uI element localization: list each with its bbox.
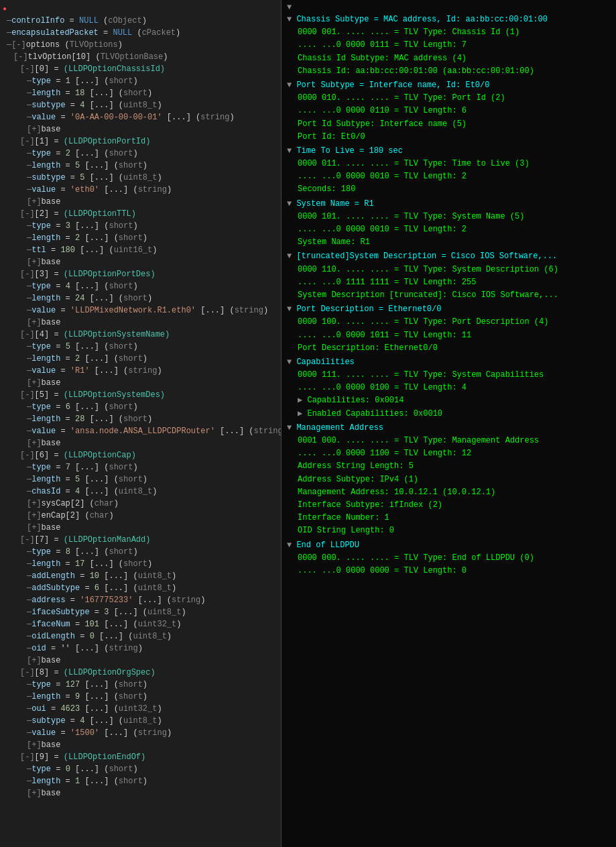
tree-item-20[interactable]: [+]base xyxy=(0,256,281,268)
expand-icon[interactable]: [-] xyxy=(20,330,35,339)
section-label-7: Management Address xyxy=(296,423,383,433)
tree-item-35[interactable]: [+]base xyxy=(0,437,281,449)
tree-item-4[interactable]: [-][0] = (LLDPOptionChassisId) xyxy=(0,63,281,75)
section-title-6[interactable]: ▼ Capabilities xyxy=(287,356,611,369)
section-7-line-4: Management Address: 10.0.12.1 (10.0.12.1… xyxy=(287,486,611,499)
expand-icon[interactable]: [-] xyxy=(20,270,35,279)
section-title-8[interactable]: ▼ End of LLDPDU xyxy=(287,539,611,552)
tree-item-60[interactable]: [+]base xyxy=(0,739,281,751)
expand-icon[interactable]: [-] xyxy=(20,390,35,400)
tree-item-5: ─type = 1 [...] (short) xyxy=(0,75,281,87)
section-title-0[interactable]: ▼ Chassis Subtype = MAC address, Id: aa:… xyxy=(287,13,611,26)
tree-item-3[interactable]: [-]tlvOption[10] (TLVOptionBase) xyxy=(0,51,281,63)
tree-item-22: ─type = 4 [...] (short) xyxy=(0,280,281,292)
tree-item-17: ─type = 3 [...] (short) xyxy=(0,220,281,232)
tree-item-40[interactable]: [+]sysCap[2] (char) xyxy=(0,498,281,510)
expand-icon[interactable]: [-] xyxy=(11,40,26,50)
right-section-3: ▼ System Name = R10000 101. .... .... = … xyxy=(287,198,611,249)
section-title-7[interactable]: ▼ Management Address xyxy=(287,422,611,435)
section-6-line-3[interactable]: ▶ Enabled Capabilities: 0x0010 xyxy=(287,408,611,420)
expand-icon[interactable]: [+] xyxy=(27,789,42,798)
expand-icon[interactable]: [-] xyxy=(20,137,35,146)
tree-item-64[interactable]: [+]base xyxy=(0,787,281,799)
section-collapse-7[interactable]: ▼ xyxy=(287,423,296,433)
tree-item-32: ─type = 6 [...] (short) xyxy=(0,401,281,413)
tree-item-44: ─type = 8 [...] (short) xyxy=(0,546,281,558)
section-collapse-6[interactable]: ▼ xyxy=(287,357,296,367)
expand-icon[interactable]: [+] xyxy=(27,523,42,532)
section-collapse-0[interactable]: ▼ xyxy=(287,15,296,24)
expand-icon[interactable]: [+] xyxy=(27,197,42,207)
tree-item-36[interactable]: [-][6] = (LLDPOptionCap) xyxy=(0,449,281,461)
left-panel: ● ─controlInfo = NULL (cObject)─encapsul… xyxy=(0,0,282,847)
tree-item-61[interactable]: [-][9] = (LLDPOptionEndOf) xyxy=(0,751,281,763)
section-title-1[interactable]: ▼ Port Subtype = Interface name, Id: Et0… xyxy=(287,79,611,92)
expand-icon[interactable]: [-] xyxy=(20,752,35,762)
tree-item-9[interactable]: [+]base xyxy=(0,123,281,135)
section-label-1: Port Subtype = Interface name, Id: Et0/0 xyxy=(296,80,489,90)
tree-item-42[interactable]: [+]base xyxy=(0,522,281,534)
expand-icon[interactable]: [-] xyxy=(20,668,35,677)
tree-item-29: ─value = 'R1' [...] (string) xyxy=(0,365,281,377)
expand-icon[interactable]: [-] xyxy=(20,64,35,74)
section-4-line-0: 0000 110. .... .... = TLV Type: System D… xyxy=(287,264,611,276)
expand-icon[interactable]: [+] xyxy=(27,125,42,134)
tree-item-2[interactable]: ─[-]options (TLVOptions) xyxy=(0,39,281,51)
tree-item-21[interactable]: [-][3] = (LLDPOptionPortDes) xyxy=(0,268,281,280)
section-collapse-4[interactable]: ▼ xyxy=(287,251,296,261)
tree-item-53[interactable]: [+]base xyxy=(0,655,281,667)
tree-item-31[interactable]: [-][5] = (LLDPOptionSystemDes) xyxy=(0,389,281,401)
tree-item-23: ─length = 24 [...] (short) xyxy=(0,292,281,304)
section-collapse-3[interactable]: ▼ xyxy=(287,199,296,209)
section-7-line-0: 0001 000. .... .... = TLV Type: Manageme… xyxy=(287,435,611,447)
tree-item-0: ─controlInfo = NULL (cObject) xyxy=(0,15,281,27)
tree-item-33: ─length = 28 [...] (short) xyxy=(0,413,281,425)
right-panel-header: ▼ xyxy=(287,3,611,12)
section-5-line-1: .... ...0 0000 1011 = TLV Length: 11 xyxy=(287,329,611,342)
tree-item-25[interactable]: [+]base xyxy=(0,317,281,329)
section-3-line-1: .... ...0 0000 0010 = TLV Length: 2 xyxy=(287,223,611,236)
section-6-line-2[interactable]: ▶ Capabilities: 0x0014 xyxy=(287,394,611,407)
expand-icon[interactable]: [-] xyxy=(13,52,28,62)
section-collapse-8[interactable]: ▼ xyxy=(287,541,296,550)
section-collapse-5[interactable]: ▼ xyxy=(287,304,296,314)
right-section-4: ▼ [truncated]System Description = Cisco … xyxy=(287,250,611,302)
expand-icon[interactable]: [+] xyxy=(27,499,42,508)
expand-icon[interactable]: [+] xyxy=(27,511,42,520)
expand-icon[interactable]: [+] xyxy=(27,378,42,388)
tree-item-41[interactable]: [+]enCap[2] (char) xyxy=(0,510,281,522)
tree-item-62: ─type = 0 [...] (short) xyxy=(0,763,281,775)
expand-icon[interactable]: [+] xyxy=(27,656,42,665)
section-title-3[interactable]: ▼ System Name = R1 xyxy=(287,198,611,211)
section-title-2[interactable]: ▼ Time To Live = 180 sec xyxy=(287,145,611,158)
expand-icon[interactable]: [+] xyxy=(27,318,42,327)
expand-icon[interactable]: [-] xyxy=(20,535,35,545)
tree-item-30[interactable]: [+]base xyxy=(0,377,281,389)
section-6-line-1: .... ...0 0000 0100 = TLV Length: 4 xyxy=(287,382,611,394)
expand-icon[interactable]: [-] xyxy=(20,451,35,460)
section-title-5[interactable]: ▼ Port Description = Ethernet0/0 xyxy=(287,303,611,316)
section-0-line-2: Chassis Id Subtype: MAC address (4) xyxy=(287,52,611,65)
expand-icon[interactable]: [-] xyxy=(20,209,35,219)
section-7-line-5: Interface Subtype: ifIndex (2) xyxy=(287,499,611,512)
section-collapse-2[interactable]: ▼ xyxy=(287,146,296,156)
section-1-line-3: Port Id: Et0/0 xyxy=(287,131,611,144)
tree-item-16[interactable]: [-][2] = (LLDPOptionTTL) xyxy=(0,208,281,220)
expand-icon[interactable]: [+] xyxy=(27,740,42,750)
tree-item-15[interactable]: [+]base xyxy=(0,196,281,208)
expand-icon[interactable]: [+] xyxy=(27,439,42,448)
tree-item-26[interactable]: [-][4] = (LLDPOptionSystemName) xyxy=(0,329,281,341)
tree-item-19: ─ttl = 180 [...] (uint16_t) xyxy=(0,244,281,256)
section-2-line-1: .... ...0 0000 0010 = TLV Length: 2 xyxy=(287,170,611,183)
tree-item-54[interactable]: [-][8] = (LLDPOptionOrgSpec) xyxy=(0,667,281,679)
section-0-line-0: 0000 001. .... .... = TLV Type: Chassis … xyxy=(287,26,611,39)
tree-item-10[interactable]: [-][1] = (LLDPOptionPortId) xyxy=(0,135,281,148)
tree-item-7: ─subtype = 4 [...] (uint8_t) xyxy=(0,99,281,111)
tree-item-6: ─length = 18 [...] (short) xyxy=(0,87,281,99)
tree-item-43[interactable]: [-][7] = (LLDPOptionManAdd) xyxy=(0,534,281,546)
expand-icon[interactable]: [+] xyxy=(27,258,42,267)
tree-item-51: ─oidLength = 0 [...] (uint8_t) xyxy=(0,630,281,642)
section-title-4[interactable]: ▼ [truncated]System Description = Cisco … xyxy=(287,250,611,263)
collapse-icon[interactable]: ▼ xyxy=(287,3,292,12)
section-collapse-1[interactable]: ▼ xyxy=(287,80,296,90)
